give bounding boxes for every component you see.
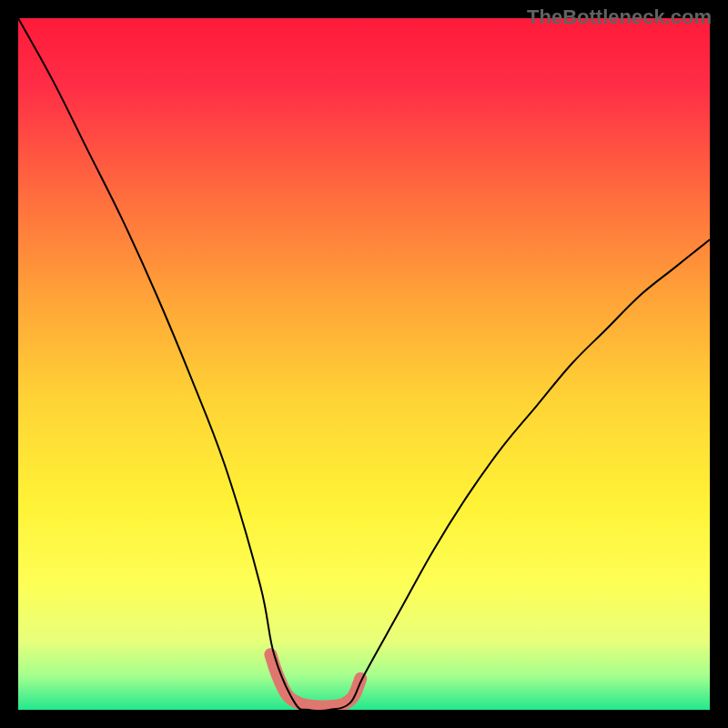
watermark-text: TheBottleneck.com bbox=[527, 5, 712, 29]
chart-container bbox=[18, 18, 710, 710]
bottleneck-chart bbox=[18, 18, 710, 710]
gradient-background bbox=[18, 18, 710, 710]
